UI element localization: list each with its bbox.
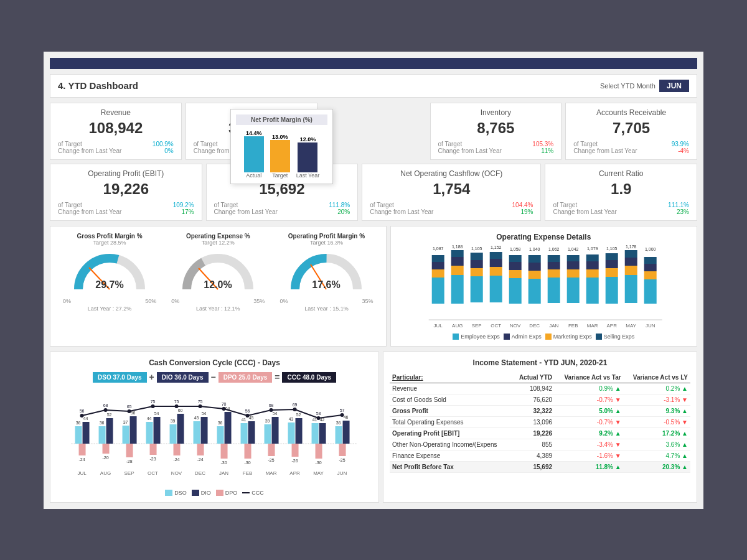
kpi-revenue-change-row: Change from Last Year0% (58, 147, 174, 154)
kpi-ebit-target-row: of Target109.2% (58, 202, 194, 208)
svg-rect-34 (509, 278, 521, 304)
svg-point-162 (317, 416, 321, 420)
svg-rect-58 (624, 275, 637, 303)
svg-text:68: 68 (103, 403, 108, 408)
svg-text:29.7%: 29.7% (95, 279, 123, 290)
svg-rect-53 (586, 254, 598, 261)
income-row-revenue: Revenue 108,942 0.9% ▲ 0.2% ▲ (390, 383, 690, 394)
svg-text:54: 54 (273, 411, 278, 416)
svg-text:JUN: JUN (337, 470, 347, 476)
svg-point-153 (104, 408, 108, 412)
ccc-title: Cash Conversion Cycle (CCC) - Days (57, 358, 372, 367)
svg-text:NOV: NOV (510, 323, 521, 329)
svg-rect-46 (566, 278, 579, 303)
svg-rect-22 (451, 275, 463, 304)
svg-text:1,105: 1,105 (606, 246, 618, 251)
svg-text:52: 52 (296, 413, 301, 417)
gauge-opex-svg: 12.0% (177, 246, 258, 296)
svg-text:36: 36 (218, 421, 223, 425)
income-row-npbt: Net Profit Before Tax 15,692 11.8% ▲ 20.… (390, 461, 690, 472)
svg-point-154 (128, 409, 131, 413)
kpi-ebit-title: Operating Profit (EBIT) (58, 169, 194, 178)
gauge-opm-target: Target 16.3% (273, 240, 379, 246)
gauge-opex-title: Operating Expense % (165, 233, 271, 240)
bottom-section: Cash Conversion Cycle (CCC) - Days DSO 3… (50, 352, 697, 503)
svg-rect-23 (451, 266, 463, 275)
svg-text:1,188: 1,188 (452, 245, 463, 249)
svg-rect-88 (106, 418, 113, 444)
svg-rect-84 (79, 444, 86, 455)
svg-text:-24: -24 (173, 457, 179, 462)
kpi-inventory: Inventory 8,765 of Target105.3% Change f… (430, 103, 562, 160)
svg-text:1,040: 1,040 (529, 247, 540, 251)
svg-rect-40 (528, 263, 540, 271)
svg-rect-61 (624, 250, 637, 258)
svg-rect-136 (296, 418, 303, 444)
income-title: Income Statement - YTD JUN, 2020-21 (390, 358, 690, 367)
svg-rect-122 (241, 423, 248, 444)
gauges-row: Gross Profit Margin % Target 28.5% 29.7%… (57, 233, 380, 312)
svg-rect-90 (103, 444, 110, 454)
svg-text:45: 45 (194, 416, 199, 420)
svg-text:41: 41 (242, 418, 247, 422)
svg-point-156 (175, 404, 179, 408)
svg-text:FEB: FEB (568, 323, 578, 329)
kpi-current-ratio-title: Current Ratio (553, 169, 689, 178)
svg-text:OCT: OCT (491, 323, 501, 329)
svg-rect-47 (566, 269, 579, 278)
svg-text:75: 75 (198, 399, 203, 404)
legend-admin: Admin Exps (504, 334, 542, 340)
legend-marketing-color (545, 334, 552, 340)
svg-text:1,087: 1,087 (433, 246, 444, 251)
kpi-ar: Accounts Receivable 7,705 of Target93.9%… (565, 103, 697, 160)
svg-text:AUG: AUG (452, 323, 463, 329)
kpi-inventory-title: Inventory (438, 108, 554, 117)
svg-text:AUG: AUG (100, 470, 111, 476)
kpi-current-ratio-change-row: Change from Last Year23% (553, 208, 689, 215)
svg-text:57: 57 (340, 408, 345, 413)
svg-text:70: 70 (222, 402, 227, 406)
svg-text:75: 75 (174, 399, 179, 404)
svg-text:MAY: MAY (313, 470, 324, 476)
kpi-revenue-title: Revenue (58, 108, 174, 117)
gauge-gpm: Gross Profit Margin % Target 28.5% 29.7%… (57, 233, 162, 312)
kpi-ar-change-row: Change from Last Year-4% (573, 147, 689, 154)
ytd-selector[interactable]: Select YTD Month JUN (600, 80, 689, 92)
svg-text:39: 39 (171, 419, 176, 423)
kpi-ebit: Operating Profit (EBIT) 19,226 of Target… (50, 164, 202, 221)
opex-chart: 1,087 1,188 1,105 1,152 1,058 1,040 1,06… (397, 245, 690, 332)
ccc-chart-svg: 36 44 -24 36 52 -20 (57, 388, 372, 487)
svg-rect-37 (509, 255, 521, 262)
gauge-gpm-svg: 29.7% (69, 246, 150, 296)
svg-text:JUL: JUL (433, 323, 443, 329)
svg-rect-130 (272, 417, 279, 444)
gauge-opm-svg: 17.6% (286, 246, 367, 296)
svg-rect-42 (547, 278, 560, 303)
kpi-current-ratio-target-row: of Target111.1% (553, 202, 689, 208)
svg-rect-25 (451, 250, 463, 257)
legend-admin-color (504, 334, 510, 340)
svg-text:1,079: 1,079 (587, 246, 598, 251)
ccc-ccc-badge: CCC 48.0 Days (282, 372, 336, 383)
svg-rect-45 (547, 255, 560, 262)
svg-rect-82 (83, 422, 90, 444)
npm-bar-target: 13.0% Target (270, 134, 290, 179)
svg-rect-18 (431, 278, 444, 304)
svg-point-157 (199, 404, 202, 408)
svg-rect-59 (624, 266, 637, 275)
svg-text:52: 52 (107, 413, 112, 417)
svg-text:36: 36 (76, 421, 81, 425)
kpi-revenue-value: 108,942 (58, 119, 174, 137)
income-row-cogs: Cost of Goods Sold 76,620 -0.7% ▼ -3.1% … (390, 394, 690, 405)
legend-dpo: DPO (216, 490, 238, 496)
svg-text:75: 75 (151, 399, 156, 404)
kpi-inventory-change-row: Change from Last Year11% (438, 147, 554, 154)
kpi-ocf-target-row: of Target104.4% (370, 202, 533, 208)
opex-legend: Employee Exps Admin Exps Marketing Exps … (397, 334, 690, 340)
kpi-ar-title: Accounts Receivable (573, 108, 689, 117)
svg-text:1,178: 1,178 (626, 245, 637, 249)
svg-text:1,152: 1,152 (491, 245, 502, 250)
svg-text:41: 41 (312, 418, 317, 422)
svg-rect-50 (586, 278, 598, 304)
svg-text:1,042: 1,042 (568, 247, 579, 251)
